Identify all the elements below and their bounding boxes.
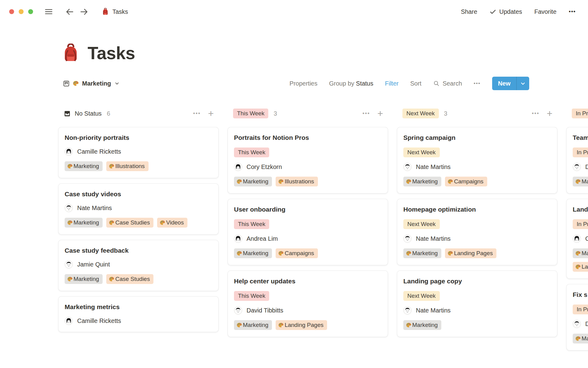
minimize-window-button[interactable] (19, 9, 24, 14)
card[interactable]: LandingIn ProgressCory EtzkornMarketingL… (566, 199, 588, 279)
palette-icon (109, 163, 115, 169)
column-add-button[interactable]: + (377, 109, 383, 118)
column-title[interactable]: This Week (233, 109, 268, 118)
tag-label: Case Studies (115, 219, 150, 227)
tag-label: Videos (166, 219, 184, 227)
zoom-window-button[interactable] (28, 9, 33, 14)
person-name: Cory Etzkorn (585, 235, 588, 242)
more-options-icon[interactable]: ••• (569, 8, 576, 15)
tag-label: Marketing (582, 249, 588, 257)
card[interactable]: Portraits for Notion ProsThis WeekCory E… (228, 127, 388, 194)
new-button[interactable]: New (492, 77, 529, 90)
card-person: Camille Ricketts (65, 148, 212, 156)
column-header: This Week3•••+ (228, 107, 388, 120)
avatar (403, 163, 412, 171)
card[interactable]: Non-priority portraitsCamille RickettsMa… (58, 127, 219, 178)
card[interactable]: User onboardingThis WeekAndrea LimMarket… (228, 199, 388, 265)
card-status-row: In Progress (573, 305, 588, 314)
palette-icon (447, 179, 453, 185)
card-title: Case study feedback (65, 246, 212, 255)
page-backpack-icon[interactable] (61, 44, 80, 63)
column-cards: Portraits for Notion ProsThis WeekCory E… (228, 127, 388, 337)
card-tags: MarketingLanding Pages (403, 248, 551, 258)
updates-button[interactable]: Updates (489, 8, 522, 15)
view-tab-marketing[interactable]: Marketing (63, 80, 119, 87)
forward-arrow-icon[interactable] (79, 7, 89, 17)
column-title[interactable]: No Status (64, 110, 102, 117)
card-title: User onboarding (234, 205, 382, 214)
avatar (573, 163, 581, 171)
tag-campaigns: Campaigns (445, 177, 487, 186)
column-title[interactable]: In Progress (572, 109, 588, 118)
card-tags: Marketing (403, 320, 551, 330)
status-pill: This Week (234, 219, 269, 229)
card-tags: Marketing (573, 177, 588, 186)
tag-illustrations: Illustrations (276, 177, 318, 186)
card-tags: MarketingIllustrations (234, 177, 382, 186)
breadcrumb[interactable]: Tasks (102, 8, 128, 15)
avatar (403, 235, 412, 243)
tag-case-studies: Case Studies (106, 218, 153, 228)
person-name: David Tibbitts (585, 163, 588, 171)
column-more-button[interactable]: ••• (193, 110, 201, 117)
tag-label: Marketing (412, 321, 438, 329)
new-button-label[interactable]: New (492, 77, 516, 90)
palette-icon (236, 322, 242, 328)
share-button[interactable]: Share (461, 8, 477, 15)
person-name: David Tibbitts (247, 307, 283, 314)
card-status-row: This Week (234, 219, 382, 229)
card[interactable]: Case study videosNate MartinsMarketingCa… (58, 183, 219, 235)
card-tags: MarketingCase Studies (65, 274, 212, 284)
sidebar-menu-icon[interactable] (44, 7, 53, 16)
tag-label: Illustrations (285, 178, 314, 186)
back-arrow-icon[interactable] (65, 7, 74, 17)
page-header: Tasks (61, 43, 588, 63)
card-person: David Tibbitts (234, 306, 382, 315)
card[interactable]: TeamIn ProgressDavid TibbittsMarketing (566, 127, 588, 194)
avatar (234, 235, 242, 243)
palette-icon (67, 163, 73, 169)
card[interactable]: Marketing metricsCamille Ricketts (58, 296, 219, 332)
close-window-button[interactable] (9, 9, 14, 14)
card[interactable]: Landing page copyNext WeekNate MartinsMa… (397, 270, 557, 337)
group-by-button[interactable]: Group by Status (329, 80, 373, 87)
avatar (65, 317, 73, 325)
card[interactable]: Spring campaignNext WeekNate MartinsMark… (397, 127, 557, 194)
card-person: Nate Martins (403, 306, 551, 315)
palette-icon (575, 251, 581, 256)
column-add-button[interactable]: + (547, 109, 552, 118)
traffic-lights (9, 9, 33, 14)
card-person: Jamie Quint (65, 260, 212, 269)
avatar (573, 320, 581, 328)
card-person: David Tibbitts (573, 163, 588, 171)
favorite-button[interactable]: Favorite (534, 8, 556, 15)
sort-button[interactable]: Sort (410, 80, 421, 87)
view-toolbar: Marketing Properties Group by Status Fil… (0, 77, 588, 90)
tag-case-studies: Case Studies (106, 274, 153, 284)
card[interactable]: Case study feedbackJamie QuintMarketingC… (58, 240, 219, 291)
tag-videos: Videos (157, 218, 187, 228)
search-button[interactable]: Search (433, 80, 462, 87)
toolbar-more-icon[interactable]: ••• (474, 80, 481, 86)
card[interactable]: Fix sIn ProgressDavid TibbittsMarketing (566, 284, 588, 351)
person-name: Nate Martins (77, 205, 112, 212)
window-topbar: Tasks Share Updates Favorite ••• (0, 0, 588, 23)
card-title: Fix s (573, 290, 588, 299)
column-more-button[interactable]: ••• (532, 110, 539, 117)
tag-marketing: Marketing (573, 334, 588, 343)
person-name: Cory Etzkorn (247, 163, 282, 171)
card[interactable]: Homepage optimizationNext WeekNate Marti… (397, 199, 557, 265)
column-count: 3 (444, 110, 447, 117)
column-title[interactable]: Next Week (402, 109, 439, 118)
column-add-button[interactable]: + (208, 109, 214, 118)
card[interactable]: Help center updatesThis WeekDavid Tibbit… (228, 270, 388, 337)
person-name: Nate Martins (416, 307, 450, 314)
card-status-row: In Progress (573, 219, 588, 229)
new-button-chevron-icon[interactable] (517, 77, 529, 90)
column-more-button[interactable]: ••• (362, 110, 370, 117)
tag-label: Marketing (243, 249, 268, 257)
properties-button[interactable]: Properties (289, 80, 317, 87)
card-tags: MarketingLanding Pages (573, 248, 588, 272)
column-header: Next Week3•••+ (397, 107, 557, 120)
filter-button[interactable]: Filter (385, 80, 398, 87)
